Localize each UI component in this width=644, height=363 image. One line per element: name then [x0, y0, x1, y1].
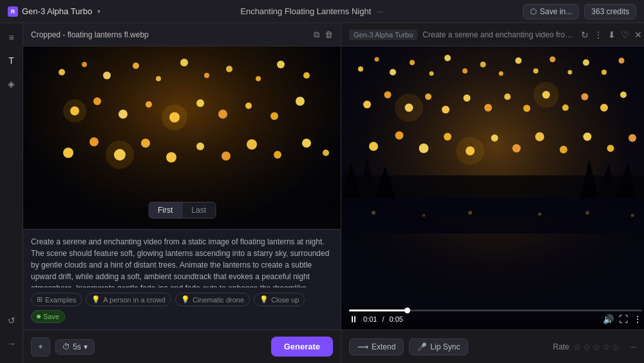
last-button[interactable]: Last — [182, 202, 215, 218]
top-bar: R Gen-3 Alpha Turbo ▾ Enchanting Floatin… — [0, 0, 644, 23]
pause-button[interactable]: ⏸ — [349, 314, 358, 324]
action-more-button[interactable]: ··· — [624, 338, 642, 356]
svg-point-25 — [141, 139, 150, 148]
svg-point-83 — [560, 146, 567, 153]
sidebar-icon-layers[interactable]: ◈ — [3, 75, 21, 93]
svg-point-48 — [410, 60, 415, 65]
tag-save[interactable]: Save — [31, 310, 65, 323]
refresh-icon[interactable]: ↻ — [581, 30, 589, 40]
menu-dots-icon[interactable]: ⋮ — [594, 30, 603, 40]
duplicate-icon[interactable]: ⧉ — [314, 30, 319, 40]
volume-icon[interactable]: 🔊 — [603, 314, 614, 324]
first-button[interactable]: First — [149, 202, 182, 218]
star-rating[interactable]: ☆ ☆ ☆ ☆ ☆ — [573, 342, 620, 352]
more-icon[interactable]: ⋮ — [633, 314, 642, 324]
heart-icon[interactable]: ♡ — [621, 30, 629, 40]
svg-point-1 — [59, 69, 65, 75]
svg-point-66 — [464, 95, 471, 102]
svg-point-80 — [491, 135, 498, 142]
credits-display: 363 credits — [584, 4, 636, 19]
star-1[interactable]: ☆ — [573, 342, 582, 352]
download-icon[interactable]: ⬇ — [608, 30, 616, 40]
tag-closeup[interactable]: 💡 Close up — [254, 293, 305, 306]
sidebar-icon-undo[interactable]: ↺ — [3, 311, 21, 329]
svg-point-18 — [218, 110, 227, 119]
star-3[interactable]: ☆ — [592, 342, 601, 352]
svg-point-2 — [82, 62, 87, 67]
enhance-button[interactable]: ✦ — [31, 337, 50, 357]
svg-point-31 — [302, 139, 311, 148]
svg-point-98 — [372, 211, 375, 215]
svg-point-49 — [430, 72, 434, 76]
save-dot-icon — [37, 315, 41, 319]
svg-point-73 — [600, 104, 608, 112]
svg-point-87 — [395, 93, 423, 122]
svg-point-72 — [582, 93, 589, 101]
svg-point-50 — [444, 55, 451, 61]
tag-person-crowd[interactable]: 💡 A person in a crowd — [86, 293, 171, 306]
svg-point-8 — [226, 66, 232, 72]
enhance-icon: ✦ — [37, 342, 44, 351]
svg-point-84 — [583, 133, 592, 141]
video-player[interactable]: ⏸ 0:01 / 0:05 🔊 ⛶ ⋮ — [341, 46, 644, 329]
time-current: 0:01 — [363, 315, 377, 323]
tag-examples[interactable]: ⊞ Examples — [31, 293, 82, 306]
project-title: Enchanting Floating Lanterns Night — [240, 6, 371, 16]
progress-fill — [349, 309, 408, 311]
sidebar-icon-text[interactable]: T — [3, 52, 21, 70]
generate-button[interactable]: Generate — [271, 337, 333, 357]
prompt-area: Create a serene and enchanting video fro… — [23, 229, 341, 329]
duration-selector[interactable]: ⏱ 5s ▾ — [55, 339, 95, 355]
svg-point-27 — [196, 142, 204, 150]
svg-point-54 — [515, 57, 522, 64]
svg-point-3 — [103, 72, 111, 79]
star-4[interactable]: ☆ — [602, 342, 611, 352]
extend-button[interactable]: ⟿ Extend — [349, 338, 404, 355]
lantern-scene: First Last — [23, 46, 341, 229]
svg-point-64 — [425, 93, 431, 100]
sidebar-icon-forward[interactable]: → — [3, 335, 21, 353]
svg-point-40 — [63, 99, 86, 123]
prompt-text[interactable]: Create a serene and enchanting video fro… — [31, 236, 333, 288]
svg-point-78 — [444, 133, 451, 141]
svg-point-45 — [358, 66, 363, 72]
app-logo: R — [8, 6, 18, 17]
star-5[interactable]: ☆ — [612, 342, 620, 352]
star-2[interactable]: ☆ — [583, 342, 591, 352]
svg-point-56 — [550, 57, 556, 63]
svg-point-51 — [462, 68, 468, 74]
lip-sync-button[interactable]: 🎤 Lip Sync — [409, 338, 468, 355]
svg-point-59 — [601, 70, 607, 75]
svg-point-88 — [456, 137, 484, 165]
svg-point-67 — [484, 104, 492, 112]
image-preview: First Last — [23, 46, 341, 229]
save-button[interactable]: ⬡ Save in... — [523, 4, 579, 19]
more-options-icon[interactable]: ··· — [376, 6, 383, 16]
delete-icon[interactable]: 🗑 — [325, 30, 333, 40]
svg-point-15 — [146, 101, 152, 108]
video-scene — [341, 46, 644, 329]
svg-point-41 — [162, 104, 187, 130]
toolbar-left: ✦ ⏱ 5s ▾ — [31, 337, 95, 357]
chevron-down-icon[interactable]: ▾ — [97, 8, 100, 15]
main-layout: ≡ T ◈ ↺ → Cropped - floating lanterns fl… — [0, 23, 644, 363]
left-panel: Cropped - floating lanterns fl.webp ⧉ 🗑 — [23, 23, 341, 363]
svg-point-60 — [619, 58, 625, 64]
fullscreen-icon[interactable]: ⛶ — [619, 314, 628, 324]
progress-bar[interactable] — [349, 309, 642, 311]
sidebar-icon-menu[interactable]: ≡ — [3, 28, 21, 46]
bottom-toolbar: ✦ ⏱ 5s ▾ Generate — [23, 329, 341, 363]
close-icon[interactable]: ✕ — [634, 30, 642, 40]
model-name-top[interactable]: Gen-3 Alpha Turbo — [22, 6, 92, 16]
svg-point-102 — [585, 211, 589, 215]
sidebar-bottom: ↺ → — [3, 311, 21, 358]
mic-icon: 🎤 — [417, 342, 427, 351]
left-sidebar: ≡ T ◈ ↺ → — [0, 23, 23, 363]
svg-point-11 — [303, 72, 310, 79]
svg-point-17 — [196, 99, 204, 107]
svg-point-47 — [390, 69, 396, 75]
svg-point-57 — [568, 70, 573, 75]
svg-point-81 — [513, 144, 521, 153]
video-prompt-preview: Create a serene and enchanting video fro… — [422, 30, 576, 39]
tag-cinematic[interactable]: 💡 Cinematic drone — [175, 293, 250, 306]
